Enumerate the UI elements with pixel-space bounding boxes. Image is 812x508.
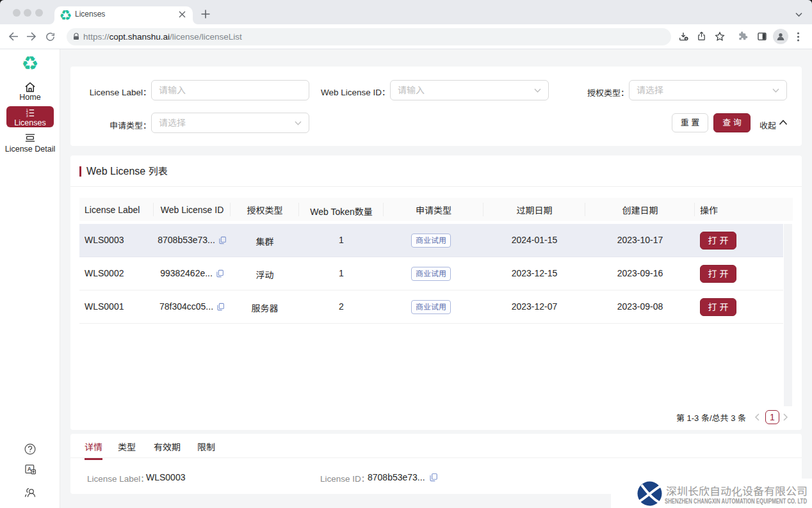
svg-text:3: 3 <box>26 114 28 118</box>
